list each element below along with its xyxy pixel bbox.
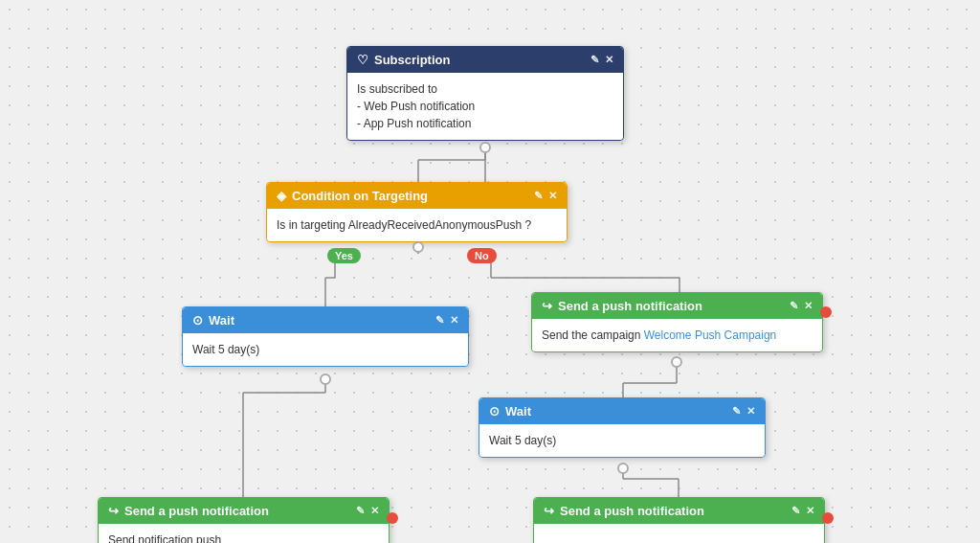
send-push-bottom-right-red-dot (822, 512, 834, 524)
subscription-close-icon[interactable]: ✕ (605, 54, 613, 66)
condition-close-icon[interactable]: ✕ (548, 190, 557, 202)
send-push-bottom-right-node: ↪ Send a push notification ✎ ✕ (533, 497, 825, 543)
clock-left-icon: ⊙ (192, 313, 203, 328)
wait-right-body: Wait 5 day(s) (479, 424, 765, 457)
condition-edit-icon[interactable]: ✎ (534, 190, 543, 202)
send-push-bottom-right-title: Send a push notification (560, 504, 704, 518)
wait-left-bottom-connector (320, 373, 331, 385)
send-push-top-right-node: ↪ Send a push notification ✎ ✕ Send the … (531, 292, 823, 352)
send-push-top-right-title: Send a push notification (558, 299, 702, 313)
wait-left-node: ⊙ Wait ✎ ✕ Wait 5 day(s) (182, 306, 469, 367)
wait-right-title: Wait (505, 404, 531, 419)
send-push-top-right-text: Send the campaign (542, 328, 644, 342)
wait-right-bottom-connector (617, 463, 629, 474)
wait-left-close-icon[interactable]: ✕ (450, 314, 458, 327)
no-badge: No (467, 248, 497, 263)
wait-right-node: ⊙ Wait ✎ ✕ Wait 5 day(s) (479, 397, 766, 458)
send-push-bottom-left-close-icon[interactable]: ✕ (370, 505, 379, 517)
heart-icon: ♡ (357, 53, 368, 67)
wait-left-title: Wait (209, 313, 234, 328)
wait-right-header: ⊙ Wait ✎ ✕ (479, 398, 765, 424)
campaign-name: Welcome Push Campaign (644, 328, 777, 342)
condition-bottom-connector (412, 241, 424, 253)
yes-badge: Yes (327, 248, 361, 263)
condition-body: Is in targeting AlreadyReceivedAnonymous… (267, 209, 567, 241)
diamond-icon: ◈ (277, 189, 286, 203)
wait-left-edit-icon[interactable]: ✎ (435, 314, 444, 327)
send-push-top-right-header: ↪ Send a push notification ✎ ✕ (532, 293, 822, 319)
arrow-bottom-left-icon: ↪ (108, 504, 119, 518)
send-push-bottom-right-body (534, 524, 824, 543)
send-push-top-right-edit-icon[interactable]: ✎ (790, 300, 798, 312)
wait-right-text: Wait 5 day(s) (489, 432, 755, 449)
wait-right-close-icon[interactable]: ✕ (746, 405, 755, 418)
send-push-top-right-bottom-connector (671, 356, 682, 368)
arrow-top-right-icon: ↪ (542, 299, 552, 313)
condition-header: ◈ Condition on Targeting ✎ ✕ (267, 183, 567, 209)
subscription-edit-icon[interactable]: ✎ (590, 54, 599, 66)
send-push-bottom-left-title: Send a push notification (124, 504, 269, 518)
wait-left-body: Wait 5 day(s) (183, 333, 468, 366)
send-push-top-right-red-dot (820, 306, 832, 318)
send-push-bottom-left-node: ↪ Send a push notification ✎ ✕ Send noti… (98, 497, 390, 543)
subscription-bottom-connector (479, 142, 491, 153)
subscription-line3: - App Push notification (357, 115, 613, 132)
send-push-bottom-right-close-icon[interactable]: ✕ (806, 505, 814, 517)
arrow-bottom-right-icon: ↪ (544, 504, 554, 518)
send-push-top-right-body: Send the campaign Welcome Push Campaign (532, 319, 822, 351)
subscription-title: Subscription (374, 53, 450, 67)
subscription-line1: Is subscribed to (357, 80, 613, 98)
send-push-bottom-left-header: ↪ Send a push notification ✎ ✕ (99, 498, 389, 524)
condition-node: ◈ Condition on Targeting ✎ ✕ Is in targe… (266, 182, 568, 242)
subscription-node: ♡ Subscription ✎ ✕ Is subscribed to - We… (346, 46, 624, 141)
send-push-bottom-right-header: ↪ Send a push notification ✎ ✕ (534, 498, 824, 524)
subscription-body: Is subscribed to - Web Push notification… (347, 73, 623, 140)
condition-text: Is in targeting AlreadyReceivedAnonymous… (277, 216, 557, 234)
wait-right-edit-icon[interactable]: ✎ (732, 405, 741, 418)
wait-left-header: ⊙ Wait ✎ ✕ (183, 307, 468, 333)
clock-right-icon: ⊙ (489, 404, 500, 419)
subscription-line2: - Web Push notification (357, 98, 613, 115)
send-push-bottom-left-body: Send notification push (99, 524, 389, 543)
condition-title: Condition on Targeting (292, 189, 428, 203)
wait-left-text: Wait 5 day(s) (192, 341, 458, 358)
subscription-header: ♡ Subscription ✎ ✕ (347, 47, 623, 73)
send-push-bottom-right-edit-icon[interactable]: ✎ (791, 505, 800, 517)
send-push-bottom-left-red-dot (387, 512, 398, 524)
send-push-bottom-left-edit-icon[interactable]: ✎ (356, 505, 365, 517)
send-push-top-right-close-icon[interactable]: ✕ (804, 300, 813, 312)
send-push-bottom-left-text: Send notification push (108, 533, 221, 543)
